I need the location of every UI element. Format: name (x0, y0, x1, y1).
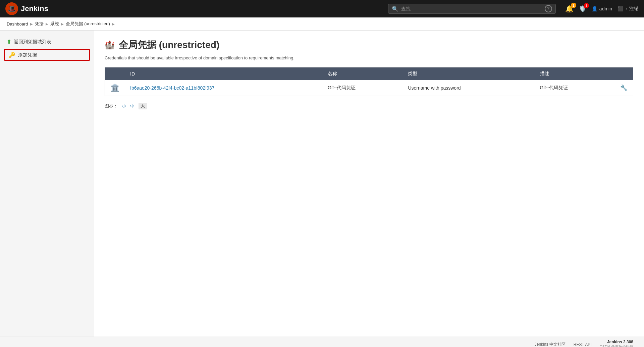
col-id: ID (125, 67, 322, 81)
footer-rest-api-text: REST API (574, 342, 592, 347)
breadcrumb-sep-4: ▶ (112, 22, 115, 26)
breadcrumb-dashboard[interactable]: Dashboard (7, 21, 28, 27)
credential-edit-icon[interactable]: 🔧 (620, 85, 628, 91)
page-layout: ⬆ 返回到凭据域列表 🔑 添加凭据 🏰 全局凭据 (unrestricted) … (0, 31, 644, 337)
username-label: admin (599, 6, 612, 11)
cred-row-type-cell: Username with password (402, 80, 534, 96)
cred-row-icon-cell: 🏛️ (105, 80, 125, 96)
icon-size-small[interactable]: 小 (122, 103, 126, 109)
sidebar-item-add-label: 添加凭据 (18, 52, 37, 58)
col-icon (105, 67, 125, 81)
footer-community-link[interactable]: Jenkins 中文社区 (535, 342, 566, 347)
cred-row-id-cell: fb6aae20-266b-42f4-bc02-a11bf802f937 (125, 80, 322, 96)
key-icon: 🔑 (9, 52, 15, 58)
footer-community-text: Jenkins 中文社区 (535, 342, 566, 347)
page-header: 🏰 全局凭据 (unrestricted) (105, 39, 633, 51)
breadcrumb-credentials[interactable]: 凭据 (35, 21, 44, 27)
breadcrumb-system[interactable]: 系统 (50, 21, 59, 27)
search-input[interactable] (401, 4, 542, 13)
bell-notification-button[interactable]: 🔔 1 (565, 5, 574, 13)
footer-version: Jenkins 2.308 (600, 340, 633, 344)
cred-row-desc-cell: Git--代码凭证 (535, 80, 615, 96)
app-name: Jenkins (21, 4, 48, 13)
sidebar: ⬆ 返回到凭据域列表 🔑 添加凭据 (0, 31, 94, 337)
col-actions (615, 67, 633, 81)
footer-version-block: Jenkins 2.308 CSDN @搬砖的码蚁 (600, 340, 633, 347)
sidebar-item-add-credential[interactable]: 🔑 添加凭据 (4, 49, 90, 61)
search-icon: 🔍 (392, 6, 398, 12)
search-help-icon[interactable]: ? (545, 5, 552, 12)
bell-badge: 1 (571, 3, 576, 8)
logout-label: 注销 (629, 6, 639, 12)
icon-size-medium[interactable]: 中 (130, 103, 135, 109)
header-actions: 🔔 1 🛡️ 1 👤 admin ⬛→ 注销 (565, 5, 639, 13)
user-icon: 👤 (592, 6, 597, 11)
jenkins-logo-icon: 🎩 (5, 2, 18, 15)
breadcrumb-sep-2: ▶ (46, 22, 48, 26)
table-header: ID 名称 类型 描述 (105, 67, 633, 81)
page-castle-icon: 🏰 (105, 40, 115, 50)
cred-row-name-cell: Git--代码凭证 (322, 80, 402, 96)
cred-row-action-cell: 🔧 (615, 80, 633, 96)
user-menu-button[interactable]: 👤 admin (592, 6, 612, 11)
up-arrow-icon: ⬆ (7, 39, 11, 45)
page-title: 全局凭据 (unrestricted) (119, 39, 219, 51)
footer-sub: CSDN @搬砖的码蚁 (600, 344, 633, 347)
col-type: 类型 (402, 67, 534, 81)
logo[interactable]: 🎩 Jenkins (5, 2, 48, 15)
credential-type-icon: 🏛️ (110, 84, 119, 92)
sidebar-item-back-label: 返回到凭据域列表 (14, 39, 51, 45)
table-row: 🏛️ fb6aae20-266b-42f4-bc02-a11bf802f937 … (105, 80, 633, 96)
breadcrumb-current: 全局凭据 (unrestricted) (66, 21, 110, 27)
breadcrumb-sep-3: ▶ (61, 22, 64, 26)
app-header: 🎩 Jenkins 🔍 ? 🔔 1 🛡️ 1 👤 admin ⬛→ 注销 (0, 0, 644, 17)
page-subtitle: Credentials that should be available irr… (105, 55, 633, 60)
footer-rest-api-link[interactable]: REST API (574, 342, 592, 347)
icon-size-bar: 图标： 小 中 大 (105, 103, 633, 109)
breadcrumb-sep-1: ▶ (30, 22, 33, 26)
search-bar: 🔍 ? (388, 4, 556, 14)
icon-size-large[interactable]: 大 (139, 103, 147, 109)
main-content: 🏰 全局凭据 (unrestricted) Credentials that s… (94, 31, 644, 337)
shield-notification-button[interactable]: 🛡️ 1 (579, 5, 586, 12)
credential-id-link[interactable]: fb6aae20-266b-42f4-bc02-a11bf802f937 (130, 85, 214, 91)
col-description: 描述 (535, 67, 615, 81)
sidebar-item-back-to-domains[interactable]: ⬆ 返回到凭据域列表 (0, 36, 94, 48)
shield-badge: 1 (584, 3, 589, 8)
breadcrumb: Dashboard ▶ 凭据 ▶ 系统 ▶ 全局凭据 (unrestricted… (0, 17, 644, 31)
logout-button[interactable]: ⬛→ 注销 (618, 6, 639, 12)
page-footer: Jenkins 中文社区 REST API Jenkins 2.308 CSDN… (0, 337, 644, 347)
table-body: 🏛️ fb6aae20-266b-42f4-bc02-a11bf802f937 … (105, 80, 633, 96)
logout-icon: ⬛→ (618, 6, 628, 11)
icon-size-label: 图标： (105, 103, 118, 109)
col-name: 名称 (322, 67, 402, 81)
credentials-table: ID 名称 类型 描述 🏛️ fb6aae20-266b-42f4-bc02-a… (105, 67, 633, 96)
